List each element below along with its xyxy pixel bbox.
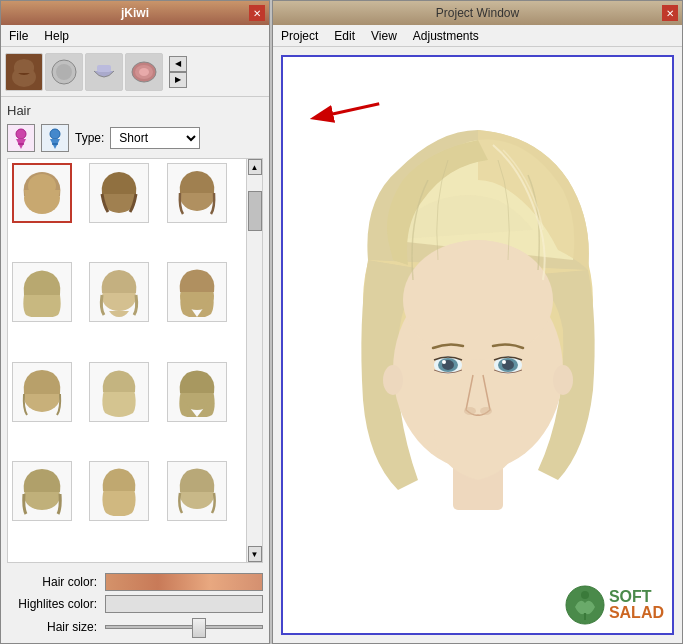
section-content: Hair Type: Short Medium — [1, 97, 269, 643]
hair-size-slider-track — [105, 625, 263, 629]
gender-male-button[interactable] — [41, 124, 69, 152]
svg-point-9 — [50, 129, 60, 139]
highlight-color-label: Highlites color: — [7, 597, 97, 611]
menu-file[interactable]: File — [5, 27, 32, 45]
menu-help[interactable]: Help — [40, 27, 73, 45]
grid-scrollbar[interactable]: ▲ ▼ — [246, 159, 262, 562]
svg-point-38 — [480, 407, 492, 415]
toolbar: ◀ ▶ — [1, 47, 269, 97]
toolbar-brush-icon[interactable] — [45, 53, 83, 91]
toolbar-hair-icon[interactable] — [5, 53, 43, 91]
hair-item-7[interactable] — [12, 362, 72, 422]
color-section: Hair color: Highlites color: Hair size: — [7, 569, 263, 637]
right-title-bar: Project Window ✕ — [273, 1, 682, 25]
nav-prev-button[interactable]: ◀ — [169, 56, 187, 72]
hair-item-11[interactable] — [89, 461, 149, 521]
svg-point-42 — [581, 591, 589, 599]
watermark-text: SOFT SALAD — [609, 589, 664, 621]
left-close-button[interactable]: ✕ — [249, 5, 265, 21]
hair-item-4[interactable] — [12, 262, 72, 322]
watermark-salad: SALAD — [609, 605, 664, 621]
menu-adjustments[interactable]: Adjustments — [409, 27, 483, 45]
hair-color-row: Hair color: — [7, 573, 263, 591]
hair-grid-container: ▲ ▼ — [7, 158, 263, 563]
watermark-logo — [565, 585, 605, 625]
svg-point-39 — [383, 365, 403, 395]
right-panel: Project Window ✕ Project Edit View Adjus… — [272, 0, 683, 644]
hair-item-3[interactable] — [167, 163, 227, 223]
left-menu-bar: File Help — [1, 25, 269, 47]
hair-item-8[interactable] — [89, 362, 149, 422]
project-canvas: SOFT SALAD — [281, 55, 674, 635]
hair-color-label: Hair color: — [7, 575, 97, 589]
toolbar-nav: ◀ ▶ — [169, 56, 187, 88]
hair-item-1[interactable] — [12, 163, 72, 223]
svg-rect-4 — [97, 65, 111, 72]
type-row: Type: Short Medium Long Curly Wavy — [7, 124, 263, 152]
menu-edit[interactable]: Edit — [330, 27, 359, 45]
left-title-bar: jKiwi ✕ — [1, 1, 269, 25]
svg-point-8 — [16, 129, 26, 139]
highlight-color-row: Highlites color: — [7, 595, 263, 613]
section-title: Hair — [7, 103, 263, 118]
hair-grid — [8, 159, 246, 562]
menu-view[interactable]: View — [367, 27, 401, 45]
hair-size-label: Hair size: — [7, 620, 97, 634]
svg-point-7 — [139, 68, 149, 76]
right-menu-bar: Project Edit View Adjustments — [273, 25, 682, 47]
scroll-down-arrow[interactable]: ▼ — [248, 546, 262, 562]
left-panel: jKiwi ✕ File Help — [0, 0, 270, 644]
scroll-up-arrow[interactable]: ▲ — [248, 159, 262, 175]
menu-project[interactable]: Project — [277, 27, 322, 45]
gender-female-button[interactable] — [7, 124, 35, 152]
right-close-button[interactable]: ✕ — [662, 5, 678, 21]
hair-item-9[interactable] — [167, 362, 227, 422]
type-select[interactable]: Short Medium Long Curly Wavy — [110, 127, 200, 149]
left-window-title: jKiwi — [21, 6, 249, 20]
hair-color-bar[interactable] — [105, 573, 263, 591]
highlight-color-bar[interactable] — [105, 595, 263, 613]
hair-size-row: Hair size: — [7, 617, 263, 637]
svg-point-32 — [442, 360, 446, 364]
hair-item-2[interactable] — [89, 163, 149, 223]
face-illustration — [338, 120, 618, 570]
svg-point-3 — [56, 64, 72, 80]
toolbar-bowl-icon[interactable] — [85, 53, 123, 91]
svg-point-27 — [403, 240, 553, 360]
hair-item-10[interactable] — [12, 461, 72, 521]
svg-point-37 — [464, 407, 476, 415]
svg-point-40 — [553, 365, 573, 395]
hair-size-slider-container — [105, 617, 263, 637]
hair-size-slider-thumb[interactable] — [192, 618, 206, 638]
watermark-soft: SOFT — [609, 589, 664, 605]
scroll-thumb[interactable] — [248, 191, 262, 231]
right-window-title: Project Window — [436, 6, 519, 20]
hair-item-5[interactable] — [89, 262, 149, 322]
watermark: SOFT SALAD — [565, 585, 664, 625]
hair-item-6[interactable] — [167, 262, 227, 322]
toolbar-compact-icon[interactable] — [125, 53, 163, 91]
svg-point-36 — [502, 360, 506, 364]
type-label: Type: — [75, 131, 104, 145]
nav-next-button[interactable]: ▶ — [169, 72, 187, 88]
hair-item-12[interactable] — [167, 461, 227, 521]
